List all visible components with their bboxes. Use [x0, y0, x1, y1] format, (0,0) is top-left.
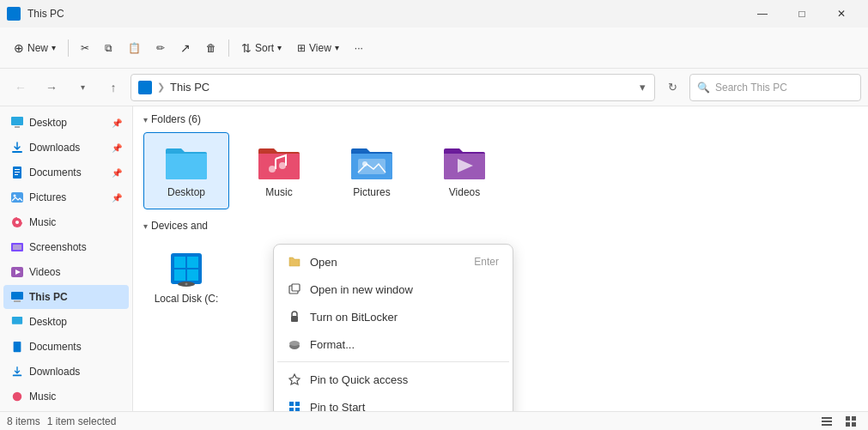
svg-point-10 — [15, 221, 19, 224]
recent-button[interactable]: ▾ — [69, 74, 96, 101]
svg-rect-31 — [187, 257, 198, 268]
ctx-format-label: Format... — [310, 338, 499, 351]
ctx-open-new-label: Open in new window — [310, 283, 499, 296]
desktop-pc-icon — [10, 315, 24, 329]
back-button[interactable]: ← — [7, 74, 34, 101]
new-chevron-icon: ▾ — [52, 43, 56, 52]
downloads-icon-quick — [10, 141, 24, 154]
folder-icon-music — [257, 143, 301, 181]
svg-rect-62 — [846, 422, 850, 427]
ctx-item-open-new-window[interactable]: Open in new window — [277, 276, 509, 303]
ctx-format-icon — [288, 337, 301, 351]
sidebar-item-pictures-quick[interactable]: Pictures 📌 — [3, 185, 129, 209]
device-name-local-disk: Local Disk (C: — [155, 293, 219, 305]
svg-point-40 — [289, 341, 300, 346]
folder-item-desktop[interactable]: Desktop — [143, 132, 229, 209]
svg-rect-12 — [13, 245, 21, 250]
close-button[interactable]: ✕ — [822, 0, 861, 27]
share-button[interactable]: ↗ — [173, 33, 197, 64]
ctx-pin-quick-icon — [288, 372, 301, 386]
maximize-button[interactable]: □ — [782, 0, 822, 27]
sidebar-item-downloads-pc[interactable]: Downloads — [3, 360, 129, 384]
refresh-button[interactable]: ↻ — [659, 74, 686, 101]
rename-button[interactable]: ✏ — [149, 33, 172, 64]
sidebar-item-desktop-quick[interactable]: Desktop 📌 — [3, 111, 129, 135]
paste-button[interactable]: 📋 — [121, 33, 148, 64]
svg-rect-4 — [15, 169, 20, 170]
address-dropdown-button[interactable]: ▾ — [638, 79, 647, 95]
sort-chevron-icon: ▾ — [277, 43, 282, 52]
view-icon: ⊞ — [297, 42, 306, 54]
sidebar-label-this-pc: This PC — [29, 291, 122, 303]
svg-rect-6 — [15, 174, 18, 175]
list-view-button[interactable] — [816, 413, 837, 430]
svg-rect-1 — [15, 126, 20, 128]
sidebar-item-this-pc[interactable]: This PC — [3, 285, 129, 309]
svg-rect-61 — [852, 416, 856, 421]
local-disk-icon — [164, 250, 209, 288]
sidebar-item-documents-quick[interactable]: Documents 📌 — [3, 160, 129, 185]
delete-button[interactable]: 🗑 — [199, 33, 223, 64]
pictures-icon-quick — [10, 191, 24, 204]
cut-button[interactable]: ✂ — [74, 33, 96, 64]
selection-info: 1 item selected — [47, 415, 117, 427]
ctx-item-bitlocker[interactable]: Turn on BitLocker — [277, 303, 509, 330]
svg-rect-43 — [289, 408, 294, 411]
sidebar-item-screenshots-quick[interactable]: Screenshots — [3, 235, 129, 259]
sidebar-item-videos-quick[interactable]: Videos — [3, 260, 129, 284]
title-bar: This PC — □ ✕ — [0, 0, 868, 27]
address-box[interactable]: ❯ This PC ▾ — [131, 74, 655, 101]
more-button[interactable]: ··· — [348, 33, 370, 64]
sidebar-item-music-quick[interactable]: Music — [3, 210, 129, 234]
minimize-button[interactable]: — — [743, 0, 782, 27]
ctx-item-pin-start[interactable]: Pin to Start — [277, 393, 509, 411]
ctx-open-new-icon — [288, 282, 301, 296]
svg-rect-42 — [295, 402, 300, 406]
ctx-item-format[interactable]: Format... — [277, 330, 509, 358]
ctx-divider-1 — [277, 361, 509, 362]
sidebar-item-music-pc[interactable]: Music — [3, 385, 129, 409]
sort-button[interactable]: ⇅ Sort ▾ — [234, 33, 288, 64]
forward-button[interactable]: → — [38, 74, 65, 101]
svg-point-35 — [185, 283, 188, 286]
sidebar-item-downloads-quick[interactable]: Downloads 📌 — [3, 136, 129, 160]
sidebar-label-music-quick: Music — [29, 216, 122, 228]
folder-item-videos[interactable]: Videos — [422, 132, 507, 209]
svg-rect-18 — [14, 342, 21, 352]
ctx-pin-start-icon — [288, 400, 301, 411]
up-button[interactable]: ↑ — [100, 74, 127, 101]
folder-item-music[interactable]: Music — [236, 132, 322, 209]
sidebar-item-documents-pc[interactable]: Documents — [3, 335, 129, 359]
copy-button[interactable]: ⧉ — [98, 33, 119, 64]
sidebar-label-music-pc: Music — [29, 391, 122, 403]
grid-view-button[interactable] — [841, 413, 861, 430]
svg-rect-32 — [174, 270, 185, 281]
sidebar-item-desktop-pc[interactable]: Desktop — [3, 310, 129, 334]
device-item-local-disk[interactable]: Local Disk (C: — [143, 239, 229, 316]
svg-point-8 — [14, 195, 16, 197]
ctx-bitlocker-icon — [288, 310, 301, 324]
svg-rect-57 — [822, 417, 832, 419]
paste-icon: 📋 — [128, 42, 141, 54]
svg-rect-41 — [289, 402, 294, 406]
svg-rect-33 — [187, 270, 198, 281]
sidebar-label-downloads-quick: Downloads — [29, 142, 106, 154]
toolbar-divider-2 — [228, 39, 229, 57]
items-count: 8 items — [7, 415, 40, 427]
new-button[interactable]: ⊕ New ▾ — [7, 33, 63, 64]
folders-chevron-icon: ▾ — [143, 115, 148, 124]
documents-icon-quick — [10, 166, 24, 179]
sidebar-item-pictures-pc[interactable]: Pictures — [3, 409, 129, 411]
ctx-open-icon — [288, 255, 301, 269]
svg-rect-37 — [292, 284, 300, 291]
folder-icon-videos — [442, 143, 487, 181]
search-box[interactable]: 🔍 Search This PC — [689, 74, 861, 101]
svg-point-23 — [269, 166, 276, 173]
svg-rect-0 — [11, 117, 23, 125]
folder-item-pictures[interactable]: Pictures — [329, 132, 415, 209]
sidebar-label-documents-quick: Documents — [29, 167, 106, 179]
ctx-item-pin-quick[interactable]: Pin to Quick access — [277, 366, 509, 393]
ctx-item-open[interactable]: Open Enter — [277, 248, 509, 276]
cut-icon: ✂ — [81, 42, 89, 54]
view-button[interactable]: ⊞ View ▾ — [290, 33, 346, 64]
